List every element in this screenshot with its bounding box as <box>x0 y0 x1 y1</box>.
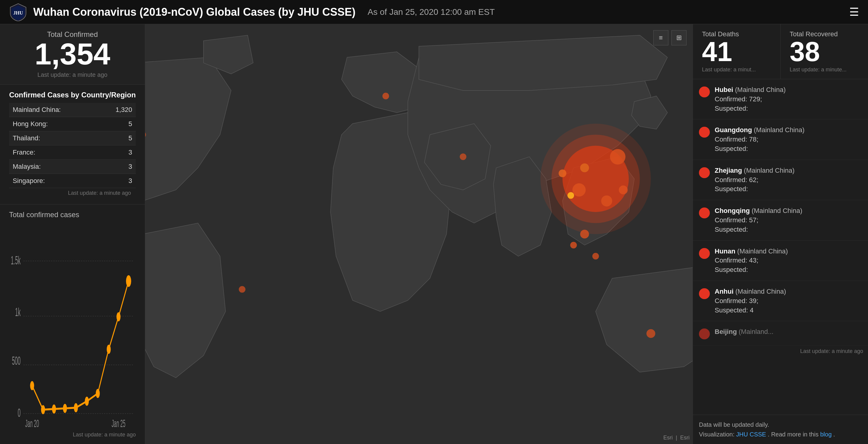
region-item-chongqing: Chongqing (Mainland China) Confirmed: 57… <box>693 200 868 241</box>
region-subname: (Mainland China) <box>751 207 802 215</box>
country-list: Mainland China: 1,320 Hong Kong: 5 Thail… <box>9 103 136 188</box>
svg-text:Jan 20: Jan 20 <box>25 418 39 430</box>
country-name: Malaysia: <box>13 163 41 170</box>
total-recovered-box: Total Recovered 38 Last update: a minute… <box>781 24 868 79</box>
region-subname: (Mainland China) <box>754 126 805 134</box>
chart-title: Total confirmed cases <box>9 211 136 219</box>
region-info: Zhejiang (Mainland China) Confirmed: 62;… <box>715 166 795 194</box>
region-dot <box>699 87 710 97</box>
svg-point-39 <box>239 286 246 293</box>
region-item-hunan: Hunan (Mainland China) Confirmed: 43; Su… <box>693 241 868 281</box>
region-name: Zhejiang <box>715 167 744 174</box>
right-sidebar: Total Deaths 41 Last update: a minut... … <box>692 24 868 444</box>
svg-point-14 <box>63 404 67 413</box>
stats-top: Total Deaths 41 Last update: a minut... … <box>693 24 868 79</box>
country-name: Singapore: <box>13 177 45 185</box>
grid-view-button[interactable]: ⊞ <box>672 30 686 45</box>
region-dot <box>699 248 710 259</box>
svg-point-12 <box>41 405 45 414</box>
esri-attribution: Esri | Esri <box>663 435 689 441</box>
region-confirmed: Confirmed: 43; <box>715 256 758 264</box>
region-dot <box>699 328 710 339</box>
footer-text-3: . <box>768 431 770 438</box>
list-view-button[interactable]: ≡ <box>653 30 669 45</box>
region-suspected: Suspected: <box>715 145 748 153</box>
svg-point-29 <box>619 185 627 194</box>
list-item: Hong Kong: 5 <box>9 117 136 131</box>
list-item: Malaysia: 3 <box>9 160 136 174</box>
footer-text-4: Read more in this <box>771 431 820 438</box>
total-deaths-box: Total Deaths 41 Last update: a minut... <box>693 24 781 79</box>
region-item-zhejiang: Zhejiang (Mainland China) Confirmed: 62;… <box>693 160 868 200</box>
footer-text-2: Visualization: <box>699 431 736 438</box>
header-title: Wuhan Coronavirus (2019-nCoV) Global Cas… <box>33 6 356 19</box>
svg-point-32 <box>580 229 589 238</box>
svg-point-19 <box>117 312 120 321</box>
svg-point-18 <box>107 345 111 354</box>
country-count: 5 <box>128 134 132 142</box>
map-controls: ≡ ⊞ <box>653 30 686 45</box>
chart-update: Last update: a minute ago <box>9 430 136 438</box>
country-name: Hong Kong: <box>13 120 48 128</box>
region-info: Guangdong (Mainland China) Confirmed: 78… <box>715 126 805 153</box>
region-name: Hunan <box>715 247 737 255</box>
region-name: Beijing <box>715 328 739 336</box>
svg-text:0: 0 <box>18 406 21 419</box>
svg-point-24 <box>540 124 651 234</box>
region-suspected: Suspected: 4 <box>715 306 753 314</box>
country-count: 3 <box>128 149 132 156</box>
svg-point-34 <box>592 253 599 259</box>
svg-point-35 <box>646 329 655 338</box>
total-recovered-number: 38 <box>790 38 859 65</box>
svg-point-28 <box>580 163 589 172</box>
svg-point-26 <box>572 183 586 197</box>
country-name: Mainland China: <box>13 106 61 114</box>
jhu-shield-icon: JHU <box>9 3 27 21</box>
svg-text:Jan 25: Jan 25 <box>112 418 125 430</box>
region-dot <box>699 127 710 138</box>
svg-point-33 <box>570 242 577 249</box>
country-count: 3 <box>128 163 132 170</box>
svg-point-31 <box>567 192 574 199</box>
region-item-guangdong: Guangdong (Mainland China) Confirmed: 78… <box>693 120 868 160</box>
region-suspected: Suspected: <box>715 226 748 233</box>
country-update: Last update: a minute ago <box>9 188 136 198</box>
total-confirmed-number: 1,354 <box>9 39 136 69</box>
confirmed-by-country-section: Confirmed Cases by Country/Region Mainla… <box>0 85 145 204</box>
menu-icon[interactable]: ☰ <box>849 6 859 19</box>
region-dot <box>699 288 710 299</box>
app-header: JHU Wuhan Coronavirus (2019-nCoV) Global… <box>0 0 868 24</box>
recovered-update: Last update: a minute... <box>790 67 859 73</box>
country-count: 3 <box>128 177 132 185</box>
country-name: Thailand: <box>13 134 40 142</box>
region-info: Hunan (Mainland China) Confirmed: 43; Su… <box>715 247 788 275</box>
map-area: ≡ ⊞ <box>145 24 692 444</box>
header-left: JHU Wuhan Coronavirus (2019-nCoV) Global… <box>9 3 495 21</box>
footer-jhu-link[interactable]: JHU CSSE <box>736 431 766 438</box>
region-info: Beijing (Mainland... <box>715 327 773 337</box>
chart-section: Total confirmed cases 0 500 1k 1.5k Jan … <box>0 204 145 444</box>
footer-info: Data will be updated daily. Visualizatio… <box>693 415 868 444</box>
country-name: France: <box>13 149 35 156</box>
svg-point-20 <box>126 275 131 287</box>
main-content: Total Confirmed 1,354 Last update: a min… <box>0 24 868 444</box>
region-name: Anhui <box>715 288 735 295</box>
region-item-anhui: Anhui (Mainland China) Confirmed: 39; Su… <box>693 281 868 321</box>
header-subtitle: As of Jan 25, 2020 12:00 am EST <box>368 7 495 17</box>
country-section-title: Confirmed Cases by Country/Region <box>9 91 136 99</box>
region-confirmed: Confirmed: 729; <box>715 95 762 103</box>
svg-point-30 <box>559 169 566 177</box>
svg-point-15 <box>74 403 78 412</box>
region-item-beijing: Beijing (Mainland... <box>693 321 868 346</box>
list-item: Singapore: 3 <box>9 174 136 188</box>
world-map <box>145 24 692 444</box>
esri-label-1: Esri <box>663 435 673 441</box>
footer-blog-link[interactable]: blog <box>820 431 832 438</box>
region-subname: (Mainland... <box>739 328 773 336</box>
region-confirmed: Confirmed: 78; <box>715 135 758 143</box>
region-info: Hubei (Mainland China) Confirmed: 729; S… <box>715 85 786 113</box>
region-subname: (Mainland China) <box>744 167 795 174</box>
region-confirmed: Confirmed: 62; <box>715 176 758 184</box>
list-item: France: 3 <box>9 146 136 160</box>
chart-container: 0 500 1k 1.5k Jan 20 Jan 25 <box>9 222 136 430</box>
